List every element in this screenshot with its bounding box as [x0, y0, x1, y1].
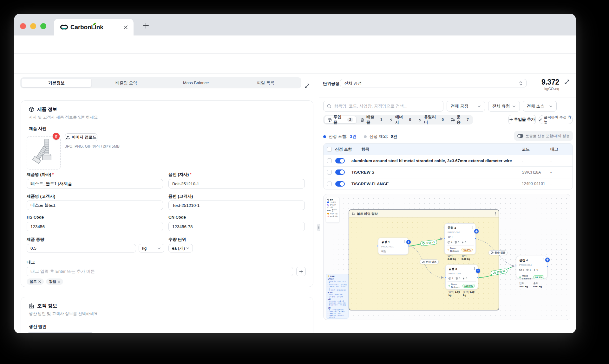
- photo-hint: JPG, PNG, GIF 형식 / 최대 5MB: [65, 144, 120, 149]
- tab-mass-balance[interactable]: Mass Balance: [161, 78, 231, 87]
- connection-dot[interactable]: [408, 245, 409, 247]
- source-filter-select[interactable]: 전체 소스: [523, 101, 557, 112]
- truck-icon: [451, 118, 455, 122]
- producer-select[interactable]: [27, 332, 94, 333]
- tag-input[interactable]: 태그 입력 후 Enter 또는 추가 버튼: [27, 267, 293, 276]
- connection-dot[interactable]: [477, 277, 479, 278]
- tag-pill[interactable]: 강철: [46, 278, 63, 285]
- divider: [14, 90, 319, 90]
- group-menu-icon[interactable]: [495, 212, 496, 215]
- tab-basic-info[interactable]: 기본정보: [21, 78, 92, 87]
- chip-energy[interactable]: 에너지0: [386, 116, 414, 124]
- edge-label-no-transport[interactable]: 운송 없음: [488, 250, 508, 255]
- product-name-customer-input[interactable]: 테스트 볼트1: [27, 201, 163, 210]
- process-node-4[interactable]: 공정 4 PROC-004 3 1 0 Mass Balance91.1% 입력…: [516, 256, 547, 278]
- right-expand-icon[interactable]: [565, 80, 569, 84]
- lightning-icon: [533, 269, 536, 271]
- select-all-checkbox[interactable]: [327, 147, 332, 152]
- row-checkbox[interactable]: [327, 182, 332, 186]
- calc-status-row: 산정 포함: 3건 산정 제외: 0건 토글로 산정 포함/제외 설정: [323, 131, 573, 141]
- group-header[interactable]: 볼트 헤딩-절삭: [349, 210, 499, 218]
- connection-dot[interactable]: [443, 238, 445, 239]
- window-zoom-button[interactable]: [40, 23, 46, 29]
- add-tag-button[interactable]: [296, 267, 306, 276]
- node-menu-icon[interactable]: [404, 240, 405, 243]
- node-menu-icon[interactable]: [543, 259, 544, 261]
- browser-tab[interactable]: CarbonLink: [54, 19, 134, 35]
- left-expand-icon[interactable]: [304, 83, 310, 88]
- chevron-down-icon: [157, 246, 161, 250]
- new-tab-button[interactable]: [142, 22, 150, 29]
- window-close-button[interactable]: [20, 23, 26, 29]
- connection-dot[interactable]: [475, 238, 476, 239]
- node-add-button[interactable]: [406, 240, 411, 244]
- part-no-own-input[interactable]: Bolt-251210-1: [168, 179, 305, 188]
- process-flow-canvas[interactable]: 범례 단위공정 멀티 선택 그룹 운송/물류 에너지 사용 폐기물 배출 도움말…: [323, 194, 570, 320]
- connection-dot[interactable]: [547, 265, 548, 267]
- process-filter-select[interactable]: 전체 공정: [447, 101, 485, 112]
- total-emission-unit: kgCO₂eq: [509, 87, 559, 91]
- process-node-1[interactable]: 공정 1 PROC-001 헤딩: [378, 238, 409, 255]
- chip-transport[interactable]: 운송7: [448, 116, 472, 124]
- tab-emission-summary[interactable]: 배출량 요약: [92, 78, 161, 87]
- cn-code-input[interactable]: 123456-78: [168, 222, 305, 231]
- canvas-help: 도움말 선택 모드 드래그 박스 → 여러 노드 선택 Space + 드래그 …: [326, 274, 349, 319]
- weight-unit-select[interactable]: kg: [139, 244, 164, 252]
- divider: [319, 98, 576, 98]
- node-menu-icon[interactable]: [474, 267, 475, 270]
- plus-icon: [509, 118, 513, 121]
- folder-icon: [352, 212, 355, 215]
- chip-emissions[interactable]: 배출물1: [357, 116, 385, 124]
- package-icon: [29, 107, 34, 112]
- weight-input[interactable]: 0.5: [27, 244, 136, 252]
- edge-label-no-transport[interactable]: 운송 없음: [420, 259, 439, 264]
- toggle-hint[interactable]: 토글로 산정 포함/제외 설정: [514, 131, 573, 141]
- add-input-button[interactable]: 투입물 추가: [508, 115, 536, 124]
- node-add-button[interactable]: [474, 229, 479, 233]
- carbonlink-logo-icon: [59, 24, 69, 30]
- row-checkbox[interactable]: [327, 170, 332, 175]
- include-toggle[interactable]: [335, 158, 345, 163]
- upload-image-button[interactable]: 이미지 업로드: [65, 133, 97, 141]
- col-item: 항목: [361, 147, 522, 152]
- connection-dot[interactable]: [377, 245, 378, 247]
- part-no-customer-input[interactable]: Test-251210-1: [168, 201, 305, 210]
- exclude-dot: [364, 135, 367, 138]
- tag-pill[interactable]: 볼트: [27, 278, 44, 285]
- table-row: T/SCREW-FLANGE 12490-04101 -: [324, 178, 573, 189]
- include-toggle[interactable]: [335, 169, 345, 175]
- remove-tag-icon[interactable]: [58, 280, 60, 283]
- field-label: HS Code: [27, 215, 44, 220]
- product-name-own-input[interactable]: 테스트_볼트1 (새제품: [27, 179, 163, 188]
- node-add-button[interactable]: [476, 269, 480, 273]
- process-node-3[interactable]: 공정 3 PROC-003 1 0 0 Mass Balance100.0% 입…: [445, 265, 478, 290]
- connection-dot[interactable]: [515, 265, 517, 267]
- connection-dot[interactable]: [444, 277, 446, 278]
- chip-utility[interactable]: 유틸리티0: [415, 116, 447, 124]
- unit-process-select[interactable]: 전체 공정: [340, 79, 527, 87]
- delete-photo-button[interactable]: [53, 133, 60, 140]
- row-checkbox[interactable]: [327, 158, 332, 163]
- include-toggle[interactable]: [335, 181, 345, 187]
- legend-unit-process-icon: [327, 201, 329, 203]
- node-add-button[interactable]: [545, 258, 550, 262]
- lightning-icon: [418, 118, 422, 122]
- tags-label: 태그: [27, 259, 35, 265]
- tab-close-icon[interactable]: [123, 24, 128, 30]
- mass-balance-icon: [449, 284, 450, 287]
- node-menu-icon[interactable]: [472, 226, 473, 229]
- process-node-2[interactable]: 공정 2 PROC-002 절단 4 0 0 Mass Balance60.0%…: [444, 223, 476, 254]
- window-minimize-button[interactable]: [30, 23, 36, 29]
- chip-inputs[interactable]: 투입물3: [324, 116, 357, 124]
- edit-hint-button[interactable]: 클릭하여 수정 가능: [539, 115, 573, 124]
- search-input[interactable]: 항목명, 코드, 사업장, 공정명으로 검색...: [323, 101, 443, 112]
- hs-code-input[interactable]: 123456: [27, 222, 163, 231]
- type-filter-select[interactable]: 전체 유형: [488, 101, 520, 112]
- pane-resize-handle[interactable]: [317, 224, 320, 231]
- tab-file-list[interactable]: 파일 목록: [231, 78, 301, 87]
- truck-icon: [493, 271, 496, 274]
- remove-tag-icon[interactable]: [38, 280, 41, 283]
- exclude-label: 산정 제외:: [369, 134, 388, 139]
- quantity-unit-select[interactable]: ea (개): [168, 244, 193, 252]
- building-icon: [29, 303, 34, 309]
